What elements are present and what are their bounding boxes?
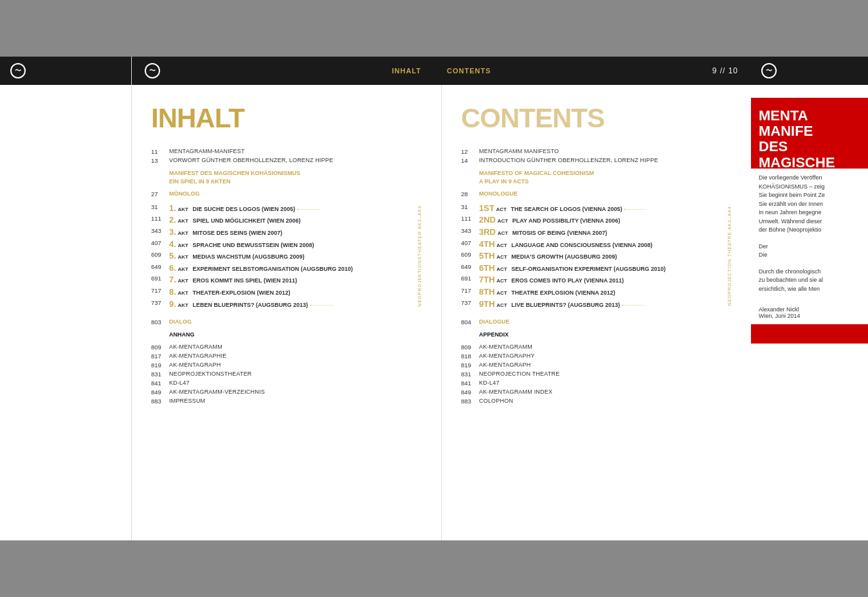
acts-sidebar-text: NEOPROJEKTIONSTHEATER AK2–AK4: [417, 205, 422, 307]
entry-text: MENTAGRAMM-MANIFEST: [169, 147, 422, 156]
anhang-label: ANHANG: [169, 330, 422, 338]
page-num: 12: [461, 147, 479, 156]
table-row: 11 MENTAGRAMM-MANIFEST: [151, 147, 422, 156]
table-row: 27 MÖNOLOG: [151, 189, 422, 198]
nav-center: INHALT CONTENTS: [392, 67, 491, 75]
table-row: ANHANG: [151, 330, 422, 338]
table-row: 819AK-MENTAGRAPH: [151, 360, 422, 369]
table-row: 343 3. AKT MITOSE DES SEINS (WIEN 2007): [151, 226, 416, 238]
acts-table: 31 1. AKT DIE SUCHE DES LOGOS (WIEN 2005…: [151, 202, 416, 309]
table-row: 817AK-MENTAGRAPHIE: [151, 351, 422, 360]
contents-top-entries: 12 MENTAGRAMM MANIFESTO 14 INTRODUCTION …: [461, 147, 732, 202]
main-logo: 〜: [145, 63, 160, 78]
sig-line1: Alexander Nickl: [759, 306, 860, 313]
table-row: 691 7TH ACT EROS COMES INTO PLAY (VIENNA…: [461, 274, 726, 286]
table-row: 841KD-L47: [151, 378, 422, 387]
table-row: 818AK-MENTAGRAPHY: [461, 351, 732, 360]
table-row: 31 1ST ACT THE SEARCH OF LOGOS (VIENNA 2…: [461, 202, 726, 214]
table-row: 609 5TH ACT MEDIA'S GROWTH (AUGSBURG 200…: [461, 250, 726, 262]
page-num: 13: [151, 156, 169, 165]
right-panel-body: MENTA MANIFE DES MAGISCHE Die vorliegend…: [751, 85, 868, 540]
sig-line2: Wien, Juni 2014: [759, 313, 860, 319]
table-row: 849AK-MENTAGRAMM-VERZEICHNIS: [151, 387, 422, 396]
table-row: 28 MONOLOGUE: [461, 189, 732, 198]
contents-section: CONTENTS 12 MENTAGRAMM MANIFESTO 14 INTR…: [442, 85, 751, 540]
table-row: EIN SPIEL IN 9 AKTEN: [151, 177, 422, 185]
table-row: 883IMPRESSUM: [151, 396, 422, 405]
right-title-line2: MANIFE: [759, 124, 860, 139]
table-row: 831NEOPROJEKTIONSTHEATER: [151, 369, 422, 378]
dialog-label: DIALOG: [169, 317, 422, 326]
table-row: 831NEOPROJECTION THEATRE: [461, 369, 732, 378]
table-row: 841KD-L47: [461, 378, 732, 387]
right-panel-red-bottom: [751, 324, 868, 344]
appendix-label: APPENDIX: [479, 330, 732, 338]
table-row: MANIFEST DES MAGISCHEN KOHÄSIONISMUS: [151, 169, 422, 177]
en-acts-sidebar-text: NEOPROJECTION THEATRE AK2–AK4: [727, 206, 732, 306]
left-panel-body: [0, 85, 131, 540]
table-row: 14 INTRODUCTION GÜNTHER OBERHOLLENZER, L…: [461, 156, 732, 165]
right-panel-text3: Durch die chronologisch zu beobachten un…: [759, 268, 860, 294]
table-row: 407 4TH ACT LANGUAGE AND CONSCIOUSNESS (…: [461, 238, 726, 250]
table-row: 883COLOPHON: [461, 396, 732, 405]
table-row: 649 6. AKT EXPERIMENT SELBSTORGANISATION…: [151, 262, 416, 274]
right-panel-title: MENTA MANIFE DES MAGISCHE: [759, 108, 860, 170]
monologue-page: 28: [461, 189, 479, 198]
table-row: 13 VORWORT GÜNTHER OBERHOLLENZER, LORENZ…: [151, 156, 422, 165]
monolog-page: 27: [151, 189, 169, 198]
right-panel: 〜 MENTA MANIFE DES MAGISCHE Die vorliege…: [751, 57, 868, 540]
table-row: 407 4. AKT SPRACHE UND BEWUSSTSEIN (WIEN…: [151, 238, 416, 250]
manifest-en-line1: MANIFESTO OF MAGICAL COHESIONISM: [479, 169, 732, 177]
inhalt-section: INHALT 11 MENTAGRAMM-MANIFEST 13 VORWORT…: [132, 85, 442, 540]
table-row: MANIFESTO OF MAGICAL COHESIONISM: [461, 169, 732, 177]
left-logo: 〜: [10, 63, 26, 78]
monologue-label: MONOLOGUE: [479, 189, 732, 198]
page-content: INHALT 11 MENTAGRAMM-MANIFEST 13 VORWORT…: [132, 85, 751, 540]
table-row: 737 9TH ACT LIVE BLUEPRINTS? (AUGSBURG 2…: [461, 298, 726, 310]
table-row: 717 8. AKT THEATER-EXPLOSION (WIEN 2012): [151, 286, 416, 298]
inhalt-title: INHALT: [151, 103, 422, 134]
en-acts-wrapper: 31 1ST ACT THE SEARCH OF LOGOS (VIENNA 2…: [461, 202, 732, 309]
table-row: 111 2. AKT SPIEL UND MÖGLICHKEIT (WIEN 2…: [151, 214, 416, 226]
right-panel-red-block: MENTA MANIFE DES MAGISCHE: [751, 98, 868, 169]
nav-contents: CONTENTS: [447, 67, 491, 75]
left-panel: 〜: [0, 57, 132, 540]
dialogue-label: DIALOGUE: [479, 317, 732, 326]
page-num: 11: [151, 147, 169, 156]
page-num: 14: [461, 156, 479, 165]
en-acts-table: 31 1ST ACT THE SEARCH OF LOGOS (VIENNA 2…: [461, 202, 726, 309]
nav-inhalt: INHALT: [392, 67, 421, 75]
left-panel-header: 〜: [0, 57, 131, 85]
table-row: APPENDIX: [461, 330, 732, 338]
inhalt-top-entries: 11 MENTAGRAMM-MANIFEST 13 VORWORT GÜNTHE…: [151, 147, 422, 202]
right-logo: 〜: [761, 63, 777, 78]
right-panel-signature: Alexander Nickl Wien, Juni 2014: [759, 306, 860, 319]
right-panel-text2: DerDie: [759, 243, 860, 260]
main-page: 〜 INHALT CONTENTS 9 // 10 INHALT 11 MENT…: [132, 57, 751, 540]
entry-text: VORWORT GÜNTHER OBERHOLLENZER, LORENZ HI…: [169, 156, 422, 165]
table-row: 809AK-MENTAGRAMM: [151, 342, 422, 351]
table-row: 31 1. AKT DIE SUCHE DES LOGOS (WIEN 2005…: [151, 202, 416, 214]
manifest-line2: EIN SPIEL IN 9 AKTEN: [169, 177, 422, 185]
table-row: 691 7. AKT EROS KOMMT INS SPIEL (WIEN 20…: [151, 274, 416, 286]
page-numbers: 9 // 10: [712, 66, 738, 75]
table-row: 717 8TH ACT THEATRE EXPLOSION (VIENNA 20…: [461, 286, 726, 298]
dialog-appendix-table: 803 DIALOG ANHANG 809AK-MENTAGRAMM 817AK…: [151, 313, 422, 405]
table-row: 737 9. AKT LEBEN BLUEPRINTS? (AUGSBURG 2…: [151, 298, 416, 310]
manifest-line1: MANIFEST DES MAGISCHEN KOHÄSIONISMUS: [169, 169, 422, 177]
en-dialog-appendix-table: 804 DIALOGUE APPENDIX 809AK-MENTAGRAMM 8…: [461, 313, 732, 405]
table-row: 819AK-MENTAGRAPH: [461, 360, 732, 369]
entry-text: MENTAGRAMM MANIFESTO: [479, 147, 732, 156]
manifest-en-line2: A PLAY IN 9 ACTS: [479, 177, 732, 185]
entry-text: INTRODUCTION GÜNTHER OBERHOLLENZER, LORE…: [479, 156, 732, 165]
table-row: 803 DIALOG: [151, 317, 422, 326]
table-row: 804 DIALOGUE: [461, 317, 732, 326]
nav-bar: 〜 INHALT CONTENTS 9 // 10: [132, 57, 751, 85]
table-row: 809AK-MENTAGRAMM: [461, 342, 732, 351]
contents-title: CONTENTS: [461, 103, 732, 134]
right-title-line1: MENTA: [759, 108, 860, 124]
acts-wrapper: 31 1. AKT DIE SUCHE DES LOGOS (WIEN 2005…: [151, 202, 422, 309]
table-row: 111 2ND ACT PLAY AND POSSIBILITY (VIENNA…: [461, 214, 726, 226]
table-row: 343 3RD ACT MITOSIS OF BEING (VIENNA 200…: [461, 226, 726, 238]
monolog-label: MÖNOLOG: [169, 189, 422, 198]
